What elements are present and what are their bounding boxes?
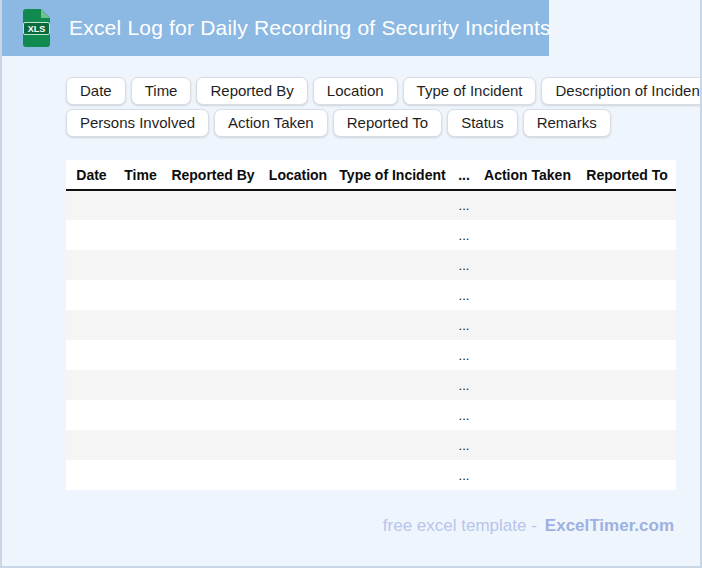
table-cell [334,280,451,310]
table-row: ... [66,370,676,400]
table-cell [477,370,578,400]
table-cell [66,460,117,490]
table-cell [477,280,578,310]
table-cell [66,430,117,460]
table-header-cell: Reported By [164,160,262,190]
table-cell [164,400,262,430]
table-cell [117,310,164,340]
xls-badge-text: XLS [28,24,46,34]
field-chip[interactable]: Persons Involved [66,109,209,137]
table-row: ... [66,460,676,490]
table-cell [477,430,578,460]
xls-file-icon: XLS [22,9,51,47]
table-cell [117,400,164,430]
table-row: ... [66,310,676,340]
table-cell [66,190,117,220]
table-cell [578,250,676,280]
table-cell [477,250,578,280]
table-cell [578,460,676,490]
table-cell [164,250,262,280]
table-cell [334,310,451,340]
table-header-cell: Date [66,160,117,190]
table-cell [164,430,262,460]
table-header-cell: ... [451,160,477,190]
table-cell [117,280,164,310]
table-cell [164,190,262,220]
table-cell [334,400,451,430]
table-cell [66,370,117,400]
table-cell [164,340,262,370]
table-cell [117,190,164,220]
table-row: ... [66,400,676,430]
table-cell [477,310,578,340]
field-chip[interactable]: Reported By [196,77,307,105]
table-header-cell: Time [117,160,164,190]
table-cell [334,190,451,220]
table-cell [578,430,676,460]
field-chip[interactable]: Time [131,77,192,105]
field-chip[interactable]: Reported To [333,109,442,137]
field-chip[interactable]: Description of Incident [541,77,702,105]
table-cell [262,370,334,400]
table-cell [334,340,451,370]
table-cell [334,370,451,400]
field-chip[interactable]: Location [313,77,398,105]
table-cell [164,310,262,340]
table-cell [477,220,578,250]
table-cell [164,370,262,400]
table-cell [117,220,164,250]
table-cell [334,460,451,490]
table-header-cell: Reported To [578,160,676,190]
incident-log-table-wrap: DateTimeReported ByLocationType of Incid… [66,160,676,490]
field-chips: DateTimeReported ByLocationType of Incid… [66,77,700,137]
table-cell [66,400,117,430]
table-cell [164,460,262,490]
table-cell: ... [451,190,477,220]
table-cell [262,310,334,340]
table-cell [334,430,451,460]
table-cell [262,430,334,460]
field-chip[interactable]: Date [66,77,126,105]
table-cell [578,340,676,370]
table-cell [262,340,334,370]
table-cell [578,310,676,340]
table-row: ... [66,340,676,370]
table-cell [117,430,164,460]
table-cell [262,460,334,490]
table-cell [262,190,334,220]
table-row: ... [66,280,676,310]
field-chip[interactable]: Status [447,109,518,137]
table-cell: ... [451,280,477,310]
table-cell [66,310,117,340]
table-header-row: DateTimeReported ByLocationType of Incid… [66,160,676,190]
table-cell [477,190,578,220]
table-cell: ... [451,310,477,340]
table-header-cell: Action Taken [477,160,578,190]
table-cell [66,280,117,310]
table-cell: ... [451,250,477,280]
header-bar: XLS Excel Log for Daily Recording of Sec… [2,0,549,56]
table-cell [334,250,451,280]
field-chip-row-1: DateTimeReported ByLocationType of Incid… [66,77,700,105]
footer: free excel template -ExcelTimer.com [383,516,674,536]
table-header-cell: Location [262,160,334,190]
table-cell [262,220,334,250]
table-cell [117,370,164,400]
table-cell [477,460,578,490]
footer-brand-link[interactable]: ExcelTimer.com [545,516,674,535]
table-row: ... [66,220,676,250]
table-cell [66,220,117,250]
table-row: ... [66,190,676,220]
table-cell: ... [451,220,477,250]
field-chip[interactable]: Remarks [523,109,611,137]
table-cell [117,250,164,280]
field-chip[interactable]: Action Taken [214,109,328,137]
page-title: Excel Log for Daily Recording of Securit… [69,16,551,40]
table-cell [117,460,164,490]
table-cell: ... [451,340,477,370]
field-chip[interactable]: Type of Incident [403,77,537,105]
incident-log-table: DateTimeReported ByLocationType of Incid… [66,160,676,490]
table-cell [334,220,451,250]
table-cell [477,400,578,430]
table-cell: ... [451,370,477,400]
